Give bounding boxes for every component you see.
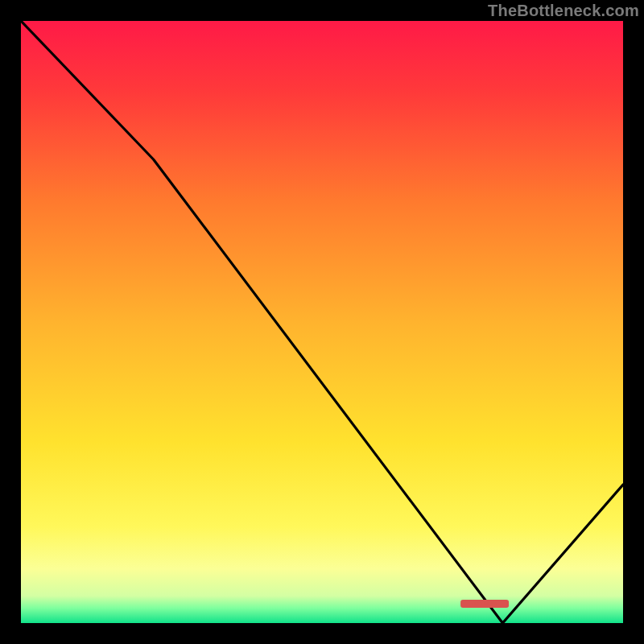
plot-area: OPTIMUM	[21, 21, 623, 623]
optimum-marker: OPTIMUM	[460, 600, 509, 608]
attribution-text: TheBottleneck.com	[488, 2, 639, 20]
chart-svg	[21, 21, 623, 623]
gradient-background	[21, 21, 623, 623]
chart-frame: TheBottleneck.com OPTIMUM	[0, 0, 644, 644]
